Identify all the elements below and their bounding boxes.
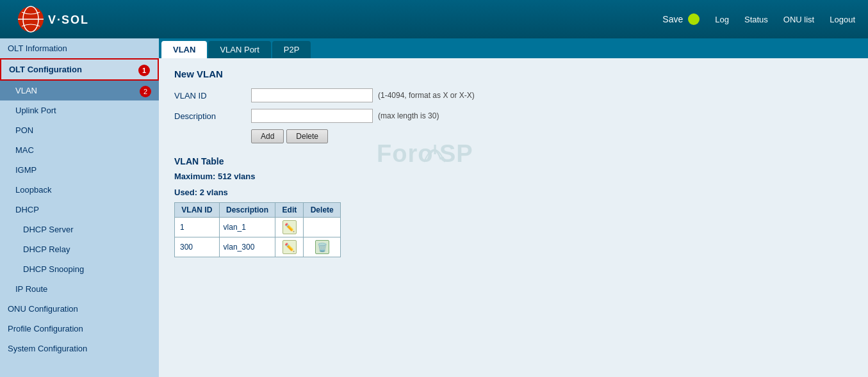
edit-icon[interactable]: ✏️ [283, 240, 297, 254]
tab-bar: VLAN VLAN Port P2P [159, 38, 868, 58]
save-area: Save [662, 13, 700, 25]
vlan-table-max: Maximum: 512 vlans [174, 170, 853, 184]
description-cell: vlan_300 [219, 237, 275, 257]
svg-text:I: I [433, 141, 437, 157]
vsol-logo: V·SOL [13, 3, 115, 35]
vlan-id-row: VLAN ID (1-4094, format as X or X-X) [174, 88, 853, 102]
sidebar-item-profile-config[interactable]: Profile Configuration [0, 319, 159, 339]
table-row: 300vlan_300✏️🗑️ [175, 237, 341, 257]
vlan-table-title: VLAN Table [174, 156, 853, 166]
sidebar: OLT Information OLT Configuration 1 VLAN… [0, 38, 159, 377]
col-vlan-id: VLAN ID [175, 202, 220, 217]
vlan-id-cell: 300 [175, 237, 220, 257]
sidebar-item-mac[interactable]: MAC [0, 140, 159, 160]
description-hint: (max length is 30) [378, 111, 439, 120]
vlan-table-used: Used: 2 vlans [174, 186, 853, 200]
col-edit: Edit [275, 202, 304, 217]
content-inner: New VLAN VLAN ID (1-4094, format as X or… [159, 58, 868, 268]
logo: V·SOL [13, 3, 115, 35]
vlan-id-hint: (1-4094, format as X or X-X) [378, 91, 475, 100]
layout: OLT Information OLT Configuration 1 VLAN… [0, 38, 868, 377]
tab-vlan-port[interactable]: VLAN Port [208, 41, 270, 58]
vlan-id-cell: 1 [175, 217, 220, 237]
sidebar-item-ip-route[interactable]: IP Route [0, 279, 159, 299]
sidebar-item-igmp[interactable]: IGMP [0, 160, 159, 180]
table-header-row: VLAN ID Description Edit Delete [175, 202, 341, 217]
badge-1: 1 [138, 65, 150, 76]
col-delete: Delete [304, 202, 341, 217]
form-buttons: Add Delete [251, 129, 853, 143]
sidebar-olt-config-label: OLT Configuration [9, 65, 82, 74]
svg-text:V·SOL: V·SOL [48, 13, 89, 26]
description-row: Description (max length is 30) [174, 109, 853, 123]
tab-p2p[interactable]: P2P [272, 41, 311, 58]
description-cell: vlan_1 [219, 217, 275, 237]
main-content: VLAN VLAN Port P2P New VLAN VLAN ID (1-4… [159, 38, 868, 377]
delete-cell [304, 217, 341, 237]
vlan-id-input[interactable] [251, 88, 373, 102]
sidebar-item-dhcp[interactable]: DHCP [0, 200, 159, 220]
header-right: Save Log Status ONU list Logout [662, 13, 855, 25]
delete-cell: 🗑️ [304, 237, 341, 257]
sidebar-item-dhcp-server[interactable]: DHCP Server [0, 220, 159, 239]
edit-cell: ✏️ [275, 217, 304, 237]
description-label: Description [174, 111, 251, 121]
sidebar-item-olt-info[interactable]: OLT Information [0, 38, 159, 58]
sidebar-item-system-config[interactable]: System Configuration [0, 339, 159, 358]
sidebar-item-onu-config[interactable]: ONU Configuration [0, 299, 159, 319]
edit-cell: ✏️ [275, 237, 304, 257]
delete-icon[interactable]: 🗑️ [315, 240, 329, 254]
sidebar-item-olt-config[interactable]: OLT Configuration 1 [0, 58, 159, 81]
edit-icon[interactable]: ✏️ [283, 220, 297, 234]
new-vlan-title: New VLAN [174, 68, 853, 79]
save-button[interactable]: Save [662, 14, 683, 24]
status-indicator [688, 13, 700, 25]
logout-button[interactable]: Logout [830, 15, 855, 24]
vlan-table-section: VLAN Table Maximum: 512 vlans Used: 2 vl… [174, 156, 853, 257]
status-button[interactable]: Status [744, 15, 768, 24]
sidebar-item-loopback[interactable]: Loopback [0, 180, 159, 200]
logo-area: V·SOL [13, 3, 115, 35]
sidebar-item-pon[interactable]: PON [0, 120, 159, 140]
sidebar-item-vlan[interactable]: VLAN 2 [0, 81, 159, 100]
table-row: 1vlan_1✏️ [175, 217, 341, 237]
vlan-id-label: VLAN ID [174, 91, 251, 100]
col-description: Description [219, 202, 275, 217]
sidebar-item-dhcp-relay[interactable]: DHCP Relay [0, 239, 159, 259]
sidebar-vlan-label: VLAN [15, 86, 37, 95]
delete-button[interactable]: Delete [286, 129, 328, 143]
header: V·SOL Save Log Status ONU list Logout [0, 0, 868, 38]
onu-list-button[interactable]: ONU list [783, 15, 814, 24]
badge-2: 2 [140, 86, 151, 97]
sidebar-item-dhcp-snooping[interactable]: DHCP Snooping [0, 259, 159, 279]
description-input[interactable] [251, 109, 373, 123]
sidebar-item-uplink-port[interactable]: Uplink Port [0, 100, 159, 120]
tab-vlan[interactable]: VLAN [161, 41, 207, 58]
vlan-table: VLAN ID Description Edit Delete 1vlan_1✏… [174, 202, 341, 257]
add-button[interactable]: Add [251, 129, 284, 143]
log-button[interactable]: Log [715, 15, 729, 24]
